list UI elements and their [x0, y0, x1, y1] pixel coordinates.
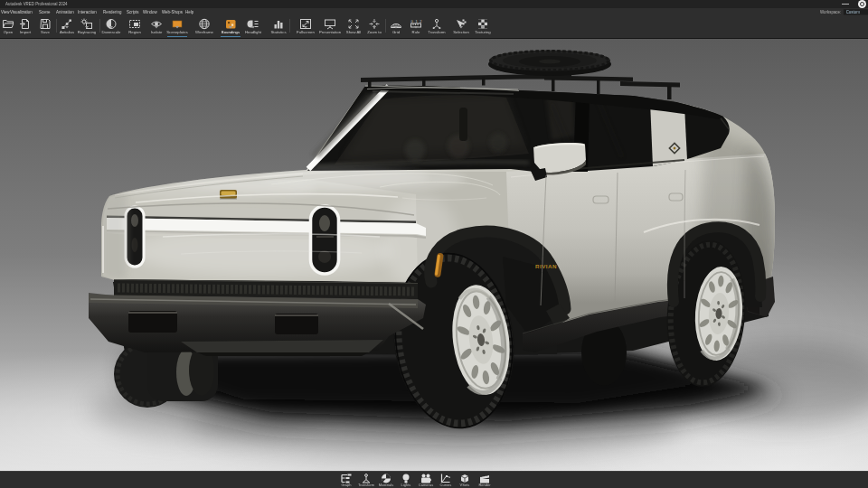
svg-text:RIVIAN: RIVIAN: [535, 263, 557, 269]
